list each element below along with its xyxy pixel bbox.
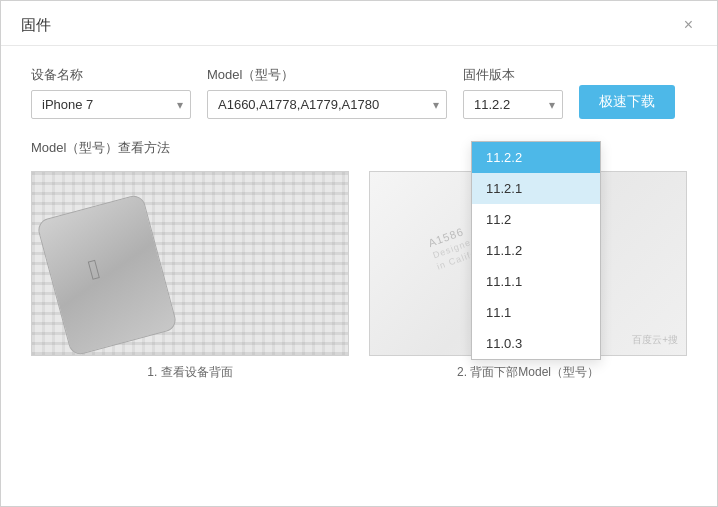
device-back-image: 	[31, 171, 349, 356]
model-group: Model（型号） A1660,A1778,A1779,A1780	[207, 66, 447, 119]
image-caption-1: 1. 查看设备背面	[147, 364, 232, 381]
model-label: Model（型号）	[207, 66, 447, 84]
image-caption-2: 2. 背面下部Model（型号）	[457, 364, 599, 381]
model-select[interactable]: A1660,A1778,A1779,A1780	[207, 90, 447, 119]
device-select[interactable]: iPhone 7iPhone 6siPhone 6iPhone SEiPhone…	[31, 90, 191, 119]
dropdown-item-3[interactable]: 11.1.2	[472, 235, 600, 266]
dropdown-item-1[interactable]: 11.2.1	[472, 173, 600, 204]
dropdown-item-4[interactable]: 11.1.1	[472, 266, 600, 297]
model-select-wrapper: A1660,A1778,A1779,A1780	[207, 90, 447, 119]
dropdown-item-6[interactable]: 11.0.3	[472, 328, 600, 359]
device-select-wrapper: iPhone 7iPhone 6siPhone 6iPhone SEiPhone…	[31, 90, 191, 119]
device-group: 设备名称 iPhone 7iPhone 6siPhone 6iPhone SEi…	[31, 66, 191, 119]
dropdown-item-2[interactable]: 11.2	[472, 204, 600, 235]
firmware-dropdown: 11.2.2 11.2.1 11.2 11.1.2 11.1.1 11.1 11…	[471, 141, 601, 360]
device-label: 设备名称	[31, 66, 191, 84]
apple-logo-icon: 	[85, 253, 103, 287]
firmware-label: 固件版本	[463, 66, 563, 84]
firmware-group: 固件版本 11.2.211.2.111.211.1.211.1.111.111.…	[463, 66, 563, 119]
image-card-back:  1. 查看设备背面	[31, 171, 349, 381]
dialog-body: 设备名称 iPhone 7iPhone 6siPhone 6iPhone SEi…	[1, 46, 717, 401]
watermark: 百度云+搜	[632, 333, 678, 347]
download-button[interactable]: 极速下载	[579, 85, 675, 119]
dialog-title: 固件	[21, 16, 51, 35]
dropdown-item-5[interactable]: 11.1	[472, 297, 600, 328]
form-row: 设备名称 iPhone 7iPhone 6siPhone 6iPhone SEi…	[31, 66, 687, 119]
dialog-window: 固件 × 设备名称 iPhone 7iPhone 6siPhone 6iPhon…	[0, 0, 718, 507]
title-bar: 固件 ×	[1, 1, 717, 46]
firmware-select[interactable]: 11.2.211.2.111.211.1.211.1.111.111.0.3	[463, 90, 563, 119]
firmware-select-wrapper: 11.2.211.2.111.211.1.211.1.111.111.0.3	[463, 90, 563, 119]
dropdown-item-0[interactable]: 11.2.2	[472, 142, 600, 173]
close-button[interactable]: ×	[680, 15, 697, 35]
